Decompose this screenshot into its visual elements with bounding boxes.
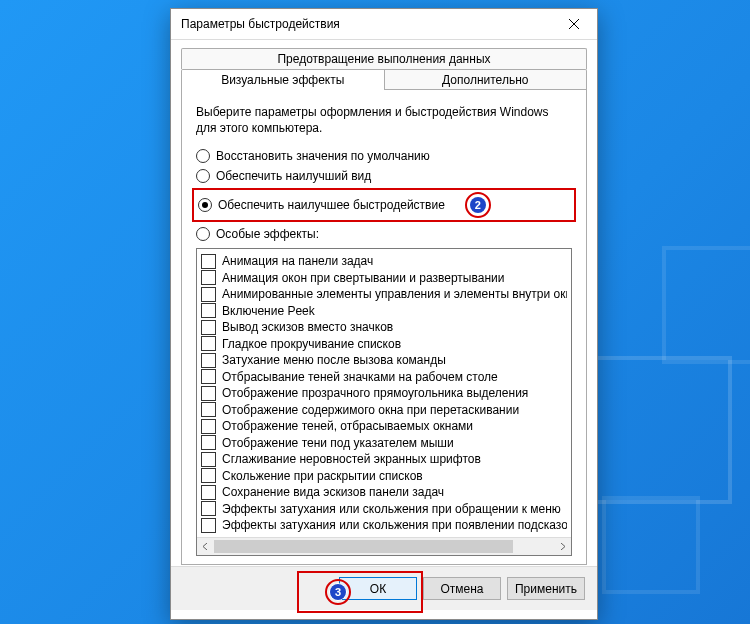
checkbox-icon <box>201 270 216 285</box>
effect-checkbox[interactable]: Отображение тени под указателем мыши <box>201 435 567 450</box>
effect-label: Анимированные элементы управления и элем… <box>222 287 567 301</box>
tab-visual-effects[interactable]: Визуальные эффекты <box>181 69 385 90</box>
callout-step2: 2 <box>465 192 491 218</box>
effect-checkbox[interactable]: Анимация на панели задач <box>201 254 567 269</box>
effect-checkbox[interactable]: Анимированные элементы управления и элем… <box>201 287 567 302</box>
scroll-right-button[interactable] <box>554 538 571 555</box>
effect-checkbox[interactable]: Отображение прозрачного прямоугольника в… <box>201 386 567 401</box>
effect-label: Анимация окон при свертывании и разверты… <box>222 271 504 285</box>
checkbox-icon <box>201 485 216 500</box>
effect-checkbox[interactable]: Затухание меню после вызова команды <box>201 353 567 368</box>
radio-label: Обеспечить наилучшее быстродействие <box>218 198 445 212</box>
checkbox-icon <box>201 501 216 516</box>
checkbox-icon <box>201 254 216 269</box>
effect-checkbox[interactable]: Отображение содержимого окна при перетас… <box>201 402 567 417</box>
checkbox-icon <box>201 336 216 351</box>
effect-label: Эффекты затухания или скольжения при обр… <box>222 502 561 516</box>
checkbox-icon <box>201 320 216 335</box>
effect-label: Сглаживание неровностей экранных шрифтов <box>222 452 481 466</box>
tab-panel-visual: Выберите параметры оформления и быстроде… <box>181 89 587 565</box>
effects-list-scroll[interactable]: Анимация на панели задачАнимация окон пр… <box>197 249 571 537</box>
checkbox-icon <box>201 369 216 384</box>
checkbox-icon <box>201 518 216 533</box>
effect-checkbox[interactable]: Отображение теней, отбрасываемых окнами <box>201 419 567 434</box>
effect-label: Эффекты затухания или скольжения при поя… <box>222 518 567 532</box>
effects-list: Анимация на панели задачАнимация окон пр… <box>196 248 572 556</box>
radio-icon <box>196 149 210 163</box>
effect-label: Отбрасывание теней значками на рабочем с… <box>222 370 498 384</box>
effect-label: Отображение тени под указателем мыши <box>222 436 454 450</box>
checkbox-icon <box>201 353 216 368</box>
performance-options-dialog: Параметры быстродействия Предотвращение … <box>170 8 598 620</box>
intro-text: Выберите параметры оформления и быстроде… <box>196 104 572 136</box>
effect-label: Отображение содержимого окна при перетас… <box>222 403 519 417</box>
tab-strip: Предотвращение выполнения данных Визуаль… <box>171 40 597 566</box>
effect-label: Отображение прозрачного прямоугольника в… <box>222 386 528 400</box>
effect-label: Гладкое прокручивание списков <box>222 337 401 351</box>
scroll-thumb[interactable] <box>214 540 513 553</box>
checkbox-icon <box>201 402 216 417</box>
titlebar[interactable]: Параметры быстродействия <box>171 9 597 40</box>
tab-advanced[interactable]: Дополнительно <box>385 69 588 90</box>
effect-checkbox[interactable]: Эффекты затухания или скольжения при обр… <box>201 501 567 516</box>
callout-step3: 3 <box>325 579 351 605</box>
radio-label: Восстановить значения по умолчанию <box>216 149 430 163</box>
effect-checkbox[interactable]: Отбрасывание теней значками на рабочем с… <box>201 369 567 384</box>
effect-label: Включение Peek <box>222 304 315 318</box>
effect-label: Отображение теней, отбрасываемых окнами <box>222 419 473 433</box>
chevron-right-icon <box>559 543 566 550</box>
radio-icon <box>196 169 210 183</box>
close-icon <box>569 19 579 29</box>
checkbox-icon <box>201 287 216 302</box>
scroll-left-button[interactable] <box>197 538 214 555</box>
radio-let-windows-choose[interactable]: Восстановить значения по умолчанию <box>196 149 572 163</box>
radio-best-performance[interactable]: Обеспечить наилучшее быстродействие <box>198 198 445 212</box>
effect-label: Анимация на панели задач <box>222 254 373 268</box>
close-button[interactable] <box>551 9 597 39</box>
effect-checkbox[interactable]: Вывод эскизов вместо значков <box>201 320 567 335</box>
horizontal-scrollbar[interactable] <box>197 537 571 555</box>
dialog-button-row: 3 ОК Отмена Применить <box>171 566 597 610</box>
effect-label: Скольжение при раскрытии списков <box>222 469 423 483</box>
radio-best-appearance[interactable]: Обеспечить наилучший вид <box>196 169 572 183</box>
tab-dep[interactable]: Предотвращение выполнения данных <box>181 48 587 69</box>
radio-custom[interactable]: Особые эффекты: <box>196 227 572 241</box>
cancel-button[interactable]: Отмена <box>423 577 501 600</box>
effect-label: Вывод эскизов вместо значков <box>222 320 393 334</box>
radio-label: Обеспечить наилучший вид <box>216 169 371 183</box>
checkbox-icon <box>201 435 216 450</box>
window-title: Параметры быстродействия <box>181 17 340 31</box>
checkbox-icon <box>201 386 216 401</box>
effect-checkbox[interactable]: Скольжение при раскрытии списков <box>201 468 567 483</box>
effect-checkbox[interactable]: Анимация окон при свертывании и разверты… <box>201 270 567 285</box>
checkbox-icon <box>201 303 216 318</box>
checkbox-icon <box>201 452 216 467</box>
effect-checkbox[interactable]: Гладкое прокручивание списков <box>201 336 567 351</box>
effect-label: Затухание меню после вызова команды <box>222 353 446 367</box>
chevron-left-icon <box>202 543 209 550</box>
radio-icon <box>196 227 210 241</box>
checkbox-icon <box>201 468 216 483</box>
radio-label: Особые эффекты: <box>216 227 319 241</box>
effect-checkbox[interactable]: Эффекты затухания или скольжения при поя… <box>201 518 567 533</box>
apply-button[interactable]: Применить <box>507 577 585 600</box>
effect-label: Сохранение вида эскизов панели задач <box>222 485 444 499</box>
effect-checkbox[interactable]: Сохранение вида эскизов панели задач <box>201 485 567 500</box>
effect-checkbox[interactable]: Сглаживание неровностей экранных шрифтов <box>201 452 567 467</box>
effect-checkbox[interactable]: Включение Peek <box>201 303 567 318</box>
radio-icon-checked <box>198 198 212 212</box>
scroll-track[interactable] <box>214 538 554 555</box>
callout-step2-highlight: Обеспечить наилучшее быстродействие 2 <box>192 188 576 222</box>
checkbox-icon <box>201 419 216 434</box>
